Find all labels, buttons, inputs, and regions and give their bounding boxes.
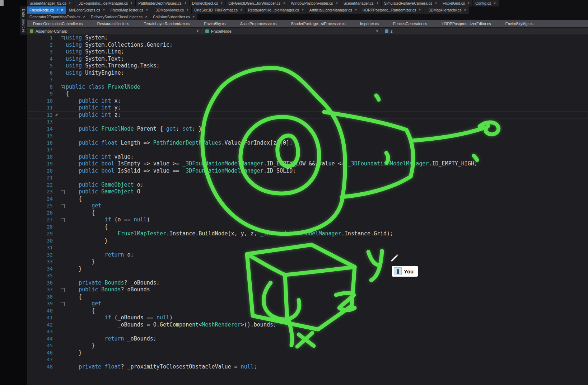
pin-icon[interactable] [183, 2, 187, 5]
code-line[interactable]: 45 } [27, 342, 588, 349]
code-line[interactable]: 38 { [27, 294, 588, 301]
code-line[interactable]: 43 [27, 328, 588, 335]
code-line[interactable]: 4using System.Text; [27, 56, 588, 63]
tab-scenemanager-cs[interactable]: SceneManager.cs [341, 0, 381, 6]
code-line[interactable]: 23 public GameObject O [27, 188, 588, 196]
code-line[interactable]: 14 public FruxelNode Parent { get; set; … [27, 126, 588, 133]
code-line[interactable]: 40 { [27, 307, 588, 315]
fold-marker[interactable] [60, 286, 66, 294]
tab-myeditorscripts-cs[interactable]: MyEditorScripts.cs [66, 6, 108, 14]
tab-restaurantho-plemanager-cs[interactable]: RestaurantHo...pleManager.cs [246, 6, 307, 14]
code-line[interactable]: 3using System.Linq; [27, 48, 588, 56]
tab-generator2exportmaptools-cs[interactable]: Generator2ExportMapTools.cs [27, 14, 88, 20]
code-line[interactable]: 32 return o; [27, 252, 588, 259]
code-line[interactable]: 37 public Bounds? oBounds [27, 286, 588, 294]
code-line[interactable]: 46 } [27, 349, 588, 357]
tab--3dfoundatio-delmanager-cs[interactable]: _3DFoundatio...delManager.cs [74, 0, 135, 6]
code-line[interactable]: 35 [27, 272, 588, 280]
code-line[interactable]: 29 FruxelMapTester.Instance.BuildNode(x,… [27, 230, 588, 238]
tab-fruxelmaptester-cs[interactable]: FruxelMapTester.cs [108, 6, 151, 14]
code-line[interactable]: 6using UnityEngine; [27, 70, 588, 77]
code-line[interactable]: 33 } [27, 258, 588, 266]
code-line[interactable]: 47 [27, 356, 588, 363]
fold-marker[interactable] [60, 84, 66, 91]
type-dropdown[interactable]: FruxelNode ▼ [202, 28, 382, 34]
pin-icon[interactable] [434, 2, 437, 5]
code-line[interactable]: 16 public float Length => PathfinderDept… [27, 140, 588, 147]
code-line[interactable]: 2using System.Collections.Generic; [27, 42, 588, 49]
pin-icon[interactable] [145, 9, 148, 12]
code-line[interactable]: 11 public int y; [27, 104, 588, 112]
tab-hdrppostproc-randomizer-cs[interactable]: HDRPPostproc...Randomizer.cs [360, 6, 424, 14]
tab-importer-cs[interactable]: Importer.cs [358, 20, 381, 27]
code-line[interactable]: 15 [27, 132, 588, 140]
pin-icon[interactable] [354, 9, 357, 12]
tab-droneorientationcontroller-cs[interactable]: DroneOrientationController.cs [31, 20, 85, 27]
pin-icon[interactable] [102, 9, 105, 12]
code-line[interactable]: 24 { [27, 196, 588, 203]
code-line[interactable]: 18 public int value; [27, 154, 588, 161]
code-line[interactable]: 39 get [27, 300, 588, 307]
pin-icon[interactable] [144, 15, 148, 19]
pin-icon[interactable] [418, 9, 421, 12]
tab-artificiallightsmanager-cs[interactable]: ArtificialLightsManager.cs [307, 6, 360, 14]
code-line[interactable]: 31 [27, 244, 588, 252]
tab-scenemanager-02-cs[interactable]: SceneManager_02.cs [27, 0, 74, 6]
tab-envirosky-cs[interactable]: EnviroSky.cs [202, 20, 228, 27]
fold-marker[interactable] [60, 300, 66, 307]
tab-citygen3dgen-torwrapper-cs[interactable]: CityGen3DGen...torWrapper.cs [226, 0, 288, 6]
pin-icon[interactable] [282, 2, 285, 5]
code-line[interactable]: 12 public int z; [27, 112, 588, 119]
code-line[interactable]: 21 [27, 174, 588, 182]
code-line[interactable]: 10 public int x; [27, 98, 588, 105]
tab-deliverysurfaceclasshelper-cs[interactable]: DeliverySurfaceClassHelper.cs [88, 14, 150, 20]
code-line[interactable]: 28 { [27, 224, 588, 231]
chevron-down-icon[interactable]: ▼ [196, 29, 199, 33]
tab-simulatedfisheyecamera-cs[interactable]: SimulatedFisheyeCamera.cs [382, 0, 440, 6]
data-sources-tool-tab[interactable]: Data Sources [20, 6, 27, 35]
pin-icon[interactable] [192, 15, 195, 19]
pin-icon[interactable] [220, 2, 223, 5]
pin-icon[interactable] [467, 2, 470, 5]
pin-icon[interactable] [301, 9, 304, 12]
code-line[interactable]: 34 } [27, 266, 588, 273]
code-line[interactable]: 8public class FruxelNode [27, 84, 588, 91]
tab--3dmaphierarchy-cs[interactable]: _3DMapHierarchy.cs [424, 6, 469, 14]
tab-pathfinderdepthvalues-cs[interactable]: PathfinderDepthValues.cs [136, 0, 189, 6]
pin-icon[interactable] [186, 9, 189, 12]
tab-collisionsubscriber-cs[interactable]: CollisionSubscriber.cs [150, 14, 197, 20]
code-line[interactable]: 5using System.Threading.Tasks; [27, 62, 588, 70]
code-line[interactable]: 1using System; [27, 34, 588, 42]
fold-marker[interactable] [60, 188, 66, 196]
tab-fruxelgrid-cs[interactable]: FruxelGrid.cs [440, 0, 472, 6]
fold-marker[interactable] [60, 34, 66, 42]
tab-terrainlayerrandomizer-cs[interactable]: TerrainLayerRandomizer.cs [141, 20, 192, 27]
tab-fruxelnode-cs[interactable]: FruxelNode.cs× [27, 6, 66, 14]
tab-config-cs[interactable]: Config.cs [473, 0, 499, 6]
code-line[interactable]: 17 [27, 146, 588, 154]
tab-hdrppostproc-izereditor-cs[interactable]: HDRPPostproc...izerEditor.cs [439, 20, 493, 27]
code-line[interactable]: 13 [27, 118, 588, 126]
tab-fencesgenerator-cs[interactable]: FencesGenerator.cs [391, 20, 430, 27]
pin-icon[interactable] [375, 2, 379, 5]
code-line[interactable]: 41 if (_oBounds == null) [27, 314, 588, 321]
code-line[interactable]: 36 private Bounds? _oBounds; [27, 280, 588, 287]
project-dropdown[interactable]: Assembly-CSharp ▼ [27, 28, 202, 34]
tab-restauranthook-cs[interactable]: RestaurantHook.cs [95, 20, 132, 27]
code-line[interactable]: 44 return _oBounds; [27, 335, 588, 343]
pin-icon[interactable] [56, 9, 59, 12]
chevron-down-icon[interactable]: ▼ [375, 29, 379, 33]
tab-onesec3d-fileformat-cs[interactable]: OneSec3D_FileFormat.cs [192, 6, 245, 14]
tab-enviroskymgr-cs[interactable]: EnviroSkyMgr.cs [503, 20, 536, 27]
close-icon[interactable]: × [61, 8, 64, 12]
code-editor[interactable]: 1using System;2using System.Collections.… [27, 34, 588, 385]
pin-icon[interactable] [463, 9, 466, 12]
code-line[interactable]: 30 } [27, 238, 588, 245]
code-line[interactable]: 19 public bool IsEmpty => value >= _3DFo… [27, 160, 588, 168]
tab--3dmapviewer-cs[interactable]: _3DMapViewer.cs [151, 6, 191, 14]
tab-shaderpackage-stprocessor-cs[interactable]: ShaderPackage...stProcessor.cs [289, 20, 348, 27]
pin-icon[interactable] [493, 2, 496, 5]
tab-windowpositionfinder-cs[interactable]: WindowPositionFinder.cs [288, 0, 340, 6]
code-line[interactable]: 7 [27, 76, 588, 84]
fold-marker[interactable] [60, 216, 66, 224]
